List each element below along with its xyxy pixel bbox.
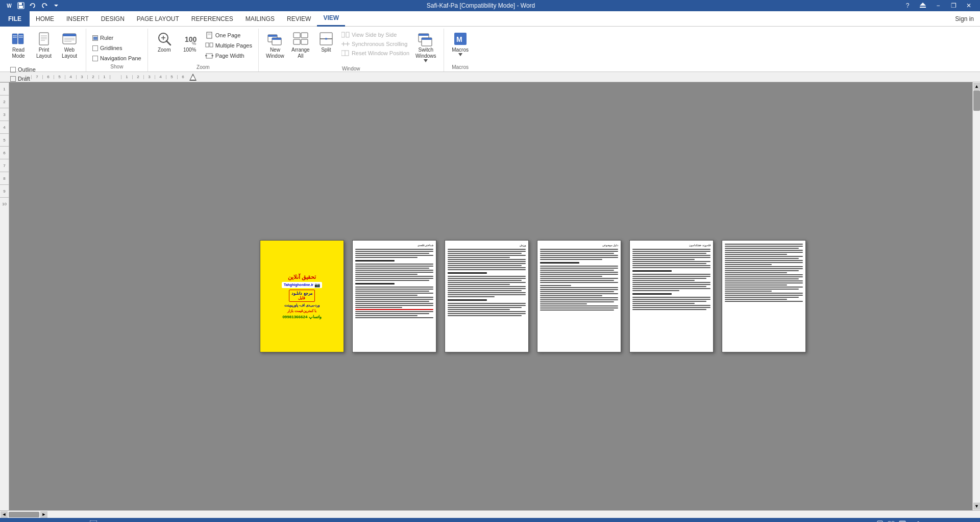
status-print-layout-button[interactable] <box>875 519 885 522</box>
ruler-v-mark: 7 <box>0 159 9 172</box>
document-content-area[interactable]: تحقیق آنلاین Tahghighonline.ir 📷 مرجع دا… <box>9 82 980 510</box>
reset-window-position-button[interactable]: Reset Window Position <box>339 49 411 57</box>
view-side-by-side-button[interactable]: View Side by Side <box>339 31 411 39</box>
svg-rect-22 <box>63 34 76 36</box>
ruler-v-mark: 5 <box>0 133 9 146</box>
redo-quick-btn[interactable] <box>39 1 50 10</box>
title-bar-left: W <box>4 1 61 10</box>
window-group-label: Window <box>263 64 439 73</box>
scroll-thumb[interactable] <box>973 90 980 111</box>
tab-insert[interactable]: INSERT <box>60 11 95 27</box>
restore-button[interactable]: ❐ <box>946 1 961 10</box>
svg-rect-35 <box>206 43 209 47</box>
arrange-all-button[interactable]: ArrangeAll <box>288 29 313 61</box>
svg-rect-49 <box>301 39 308 44</box>
svg-rect-63 <box>422 38 432 40</box>
tab-view[interactable]: VIEW <box>317 11 345 27</box>
page-width-label: Page Width <box>215 53 244 59</box>
ruler-v-mark: 3 <box>0 108 9 121</box>
sign-in-button[interactable]: Sign in <box>949 15 980 22</box>
page-6[interactable] <box>722 240 806 352</box>
svg-text:M: M <box>456 35 462 43</box>
scroll-left-button[interactable]: ◄ <box>1 511 8 518</box>
arrange-all-icon <box>292 31 309 47</box>
minimize-button[interactable]: − <box>931 1 945 10</box>
tab-home[interactable]: HOME <box>30 11 60 27</box>
scroll-down-button[interactable]: ▼ <box>973 503 980 510</box>
view-mode-buttons <box>875 519 908 522</box>
undo-quick-btn[interactable] <box>28 1 38 10</box>
tab-references[interactable]: REFERENCES <box>185 11 239 27</box>
new-window-button[interactable]: NewWindow <box>263 29 287 61</box>
multiple-pages-label: Multiple Pages <box>215 42 252 49</box>
ad-url: Tahghighonline.ir <box>284 283 313 287</box>
svg-rect-48 <box>293 39 300 44</box>
tab-design[interactable]: DESIGN <box>95 11 131 27</box>
zoom-100-label: 100% <box>183 47 197 53</box>
save-quick-btn[interactable] <box>16 1 26 10</box>
svg-rect-54 <box>346 32 349 37</box>
one-page-button[interactable]: One Page <box>203 31 254 40</box>
horizontal-scrollbar[interactable]: ◄ ► <box>0 510 980 518</box>
svg-rect-3 <box>19 3 22 5</box>
svg-rect-8 <box>920 7 926 8</box>
vertical-ruler: 1 2 3 4 5 6 7 8 9 10 <box>0 82 9 510</box>
tab-review[interactable]: REVIEW <box>281 11 317 27</box>
navigation-pane-button[interactable]: Navigation Pane <box>90 54 143 62</box>
zoom-group-label: Zoom <box>152 63 254 72</box>
svg-rect-43 <box>268 35 277 37</box>
outline-button[interactable]: Outline <box>8 65 82 74</box>
multiple-pages-button[interactable]: Multiple Pages <box>203 41 254 50</box>
svg-rect-61 <box>419 34 429 36</box>
zoom-100-button[interactable]: 100% 100% <box>178 29 202 55</box>
gridlines-button[interactable]: Gridlines <box>90 44 143 52</box>
page-1[interactable]: تحقیق آنلاین Tahghighonline.ir 📷 مرجع دا… <box>260 240 344 352</box>
page-3[interactable]: ورزش <box>445 240 529 352</box>
horizontal-ruler: L 7 6 5 4 3 2 1 1 2 3 4 5 6 <box>0 72 980 82</box>
ribbon-toggle-button[interactable] <box>916 1 930 10</box>
tab-file[interactable]: FILE <box>0 11 30 27</box>
zoom-group: Zoom 100% 100% One Page Multiple Page <box>148 29 259 72</box>
switch-windows-button[interactable]: SwitchWindows <box>412 29 439 64</box>
macros-label: Macros <box>452 47 469 53</box>
svg-rect-46 <box>293 33 300 38</box>
split-icon <box>318 31 334 47</box>
new-window-label: NewWindow <box>266 47 284 59</box>
hscroll-thumb[interactable] <box>9 512 39 517</box>
vertical-scrollbar[interactable]: ▲ ▼ <box>972 82 980 510</box>
page-5[interactable]: قله ورند خشکنامون <box>629 240 714 352</box>
tab-pagelayout[interactable]: PAGE LAYOUT <box>131 11 185 27</box>
ruler-v-mark: 8 <box>0 172 9 184</box>
page-width-button[interactable]: Page Width <box>203 51 254 60</box>
status-read-mode-button[interactable] <box>886 519 896 522</box>
reset-window-label: Reset Window Position <box>352 50 409 56</box>
close-button[interactable]: ✕ <box>962 1 976 10</box>
split-button[interactable]: Split <box>314 29 338 55</box>
status-web-layout-button[interactable] <box>897 519 908 522</box>
ruler-v-mark: 4 <box>0 121 9 133</box>
page-2[interactable]: شناختی قلعه‌ی <box>352 240 436 352</box>
page-4-content: دلیل موضوعی <box>537 241 621 352</box>
ruler-marks: L 7 6 5 4 3 2 1 1 2 3 4 5 6 <box>22 74 197 81</box>
switch-windows-label: SwitchWindows <box>415 47 436 59</box>
zoom-button[interactable]: Zoom <box>152 29 177 55</box>
tab-mailings[interactable]: MAILINGS <box>239 11 281 27</box>
web-layout-button[interactable]: WebLayout <box>57 29 82 61</box>
navpane-checkbox <box>92 56 98 61</box>
print-layout-button[interactable]: PrintLayout <box>32 29 56 61</box>
scroll-up-button[interactable]: ▲ <box>973 83 980 90</box>
help-button[interactable]: ? <box>900 1 915 10</box>
page-4[interactable]: دلیل موضوعی <box>537 240 621 352</box>
customize-quick-btn[interactable] <box>51 1 61 10</box>
ruler-v-mark: 6 <box>0 146 9 159</box>
macros-button[interactable]: M Macros <box>448 29 473 58</box>
switch-windows-icon <box>418 31 434 47</box>
svg-rect-47 <box>301 33 308 38</box>
sync-scrolling-label: Synchronous Scrolling <box>352 41 407 47</box>
synchronous-scrolling-button[interactable]: Synchronous Scrolling <box>339 40 411 48</box>
ruler-label: Ruler <box>100 35 113 41</box>
ruler-button[interactable]: Ruler <box>90 34 143 42</box>
scroll-right-button[interactable]: ► <box>40 511 47 518</box>
read-mode-button[interactable]: ReadMode <box>6 29 31 61</box>
views-group-items: ReadMode PrintLayout WebLayout <box>6 29 82 61</box>
